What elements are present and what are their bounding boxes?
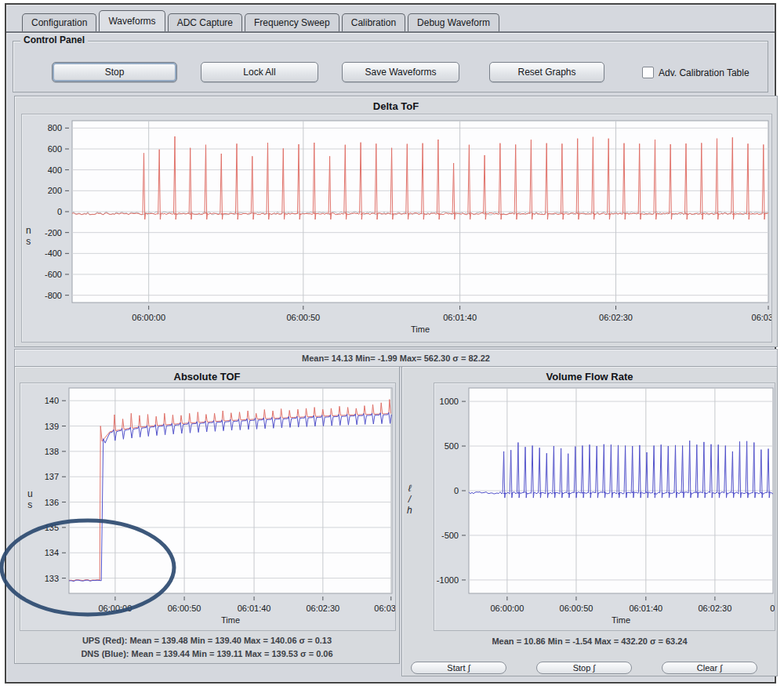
- tab-debug-waveform[interactable]: Debug Waveform: [408, 13, 499, 31]
- x-tick-label: 06:00:00: [490, 604, 524, 613]
- unit-letter: s: [27, 499, 33, 510]
- x-tick-label: 06:00:00: [132, 313, 165, 322]
- absolute-tof-title: Absolute TOF: [15, 371, 399, 383]
- application-window: Configuration Waveforms ADC Capture Freq…: [5, 3, 776, 684]
- y-tick-label: 133: [45, 574, 59, 583]
- absolute-tof-stats-dns: DNS (Blue): Mean = 139.44 Min = 139.11 M…: [15, 649, 399, 658]
- x-tick-label: 06:02:30: [698, 604, 731, 613]
- y-tick-label: -200: [45, 228, 62, 238]
- volume-flow-panel: Volume Flow Rate ℓ / h 10005000-500-1000…: [401, 366, 778, 676]
- x-tick-label: 06:03:: [770, 604, 775, 613]
- y-tick-label: 134: [45, 548, 59, 557]
- tab-bar: Configuration Waveforms ADC Capture Freq…: [22, 11, 502, 31]
- stop-button[interactable]: Stop: [52, 62, 177, 82]
- x-tick-label: 06:01:40: [443, 313, 477, 322]
- y-tick-label: 140: [45, 396, 59, 405]
- y-tick-label: -600: [45, 270, 62, 279]
- y-tick-label: 200: [48, 186, 62, 195]
- unit-letter: s: [26, 236, 31, 247]
- y-tick-label: 136: [45, 498, 59, 507]
- y-tick-label: 138: [45, 447, 59, 456]
- x-tick-label: 06:00:00: [99, 604, 132, 613]
- y-tick-label: -1000: [437, 575, 459, 585]
- tab-frequency-sweep[interactable]: Frequency Sweep: [245, 13, 339, 31]
- y-tick-label: 500: [445, 441, 459, 451]
- save-waveforms-button[interactable]: Save Waveforms: [342, 62, 459, 82]
- stop-integrator-button[interactable]: Stop ∫: [536, 662, 632, 674]
- delta-tof-unit-label: n s: [26, 225, 31, 247]
- x-tick-label: 06:00:50: [286, 313, 320, 322]
- y-tick-label: 400: [48, 165, 62, 175]
- y-tick-label: -800: [45, 291, 62, 300]
- y-tick-label: 135: [45, 523, 59, 532]
- absolute-tof-stats-ups: UPS (Red): Mean = 139.48 Min = 139.40 Ma…: [15, 636, 399, 645]
- y-tick-label: 137: [45, 472, 59, 481]
- delta-tof-chart: 8006004002000-200-400-600-80006:00:0006:…: [22, 114, 771, 340]
- tab-calibration[interactable]: Calibration: [342, 13, 405, 31]
- unit-letter: h: [407, 505, 412, 516]
- adv-calibration-checkbox[interactable]: Adv. Calibration Table: [642, 67, 750, 78]
- x-tick-label: 06:02:30: [599, 313, 633, 322]
- delta-tof-stats: Mean= 14.13 Min= -1.99 Max= 562.30 σ = 8…: [14, 349, 778, 367]
- y-tick-label: 139: [45, 422, 59, 431]
- y-tick-label: -400: [45, 248, 62, 258]
- volume-flow-chart: 10005000-500-100006:00:0006:00:5006:01:4…: [434, 383, 775, 629]
- x-tick-label: 06:03:20: [374, 604, 395, 613]
- checkbox-icon[interactable]: [642, 67, 654, 78]
- y-tick-label: 0: [454, 486, 459, 495]
- tab-separator: [6, 31, 775, 34]
- absolute-tof-unit-label: u s: [27, 488, 33, 510]
- tab-waveforms[interactable]: Waveforms: [99, 10, 165, 31]
- y-tick-label: 800: [48, 123, 62, 132]
- x-tick-label: 06:01:40: [629, 604, 662, 613]
- x-tick-label: 06:01:40: [238, 604, 271, 613]
- x-tick-label: 06:00:50: [560, 604, 593, 613]
- unit-letter: n: [26, 225, 31, 236]
- unit-letter: ℓ: [407, 483, 412, 494]
- lock-all-button[interactable]: Lock All: [201, 62, 318, 82]
- y-tick-label: 0: [57, 207, 62, 216]
- x-axis-label: Time: [411, 325, 430, 334]
- y-tick-label: -500: [441, 531, 459, 540]
- x-tick-label: 06:03:20: [752, 313, 771, 322]
- start-integrator-button[interactable]: Start ∫: [411, 662, 506, 674]
- volume-flow-unit-label: ℓ / h: [407, 483, 412, 516]
- y-tick-label: 600: [48, 144, 62, 154]
- tab-configuration[interactable]: Configuration: [22, 13, 96, 31]
- delta-tof-chart-box: 8006004002000-200-400-600-80006:00:0006:…: [21, 114, 772, 343]
- x-axis-label: Time: [221, 615, 240, 625]
- absolute-tof-chart-box: 14013913813713613513413306:00:0006:00:50…: [20, 383, 396, 631]
- volume-flow-stats: Mean = 10.86 Min = -1.54 Max = 432.20 σ …: [402, 636, 777, 646]
- unit-letter: /: [407, 494, 412, 505]
- checkbox-label: Adv. Calibration Table: [659, 67, 750, 78]
- control-panel-title: Control Panel: [20, 34, 88, 45]
- tab-adc-capture[interactable]: ADC Capture: [168, 13, 242, 31]
- control-panel-group: Stop Lock All Save Waveforms Reset Graph…: [13, 41, 768, 92]
- volume-flow-title: Volume Flow Rate: [402, 371, 777, 383]
- volume-flow-chart-box: 10005000-500-100006:00:0006:00:5006:01:4…: [434, 383, 775, 631]
- delta-tof-title: Delta ToF: [15, 100, 777, 112]
- clear-integrator-button[interactable]: Clear ∫: [662, 662, 757, 674]
- reset-graphs-button[interactable]: Reset Graphs: [489, 62, 604, 82]
- delta-tof-panel: Delta ToF n s 8006004002000-200-400-600-…: [14, 96, 778, 347]
- unit-letter: u: [27, 488, 33, 499]
- screenshot-viewport: Configuration Waveforms ADC Capture Freq…: [0, 0, 784, 689]
- x-tick-label: 06:00:50: [168, 604, 201, 613]
- absolute-tof-panel: Absolute TOF u s 14013913813713613513413…: [14, 366, 400, 664]
- absolute-tof-chart: 14013913813713613513413306:00:0006:00:50…: [20, 383, 395, 629]
- y-tick-label: 1000: [440, 397, 459, 406]
- x-axis-label: Time: [612, 615, 630, 625]
- x-tick-label: 06:02:30: [306, 604, 339, 613]
